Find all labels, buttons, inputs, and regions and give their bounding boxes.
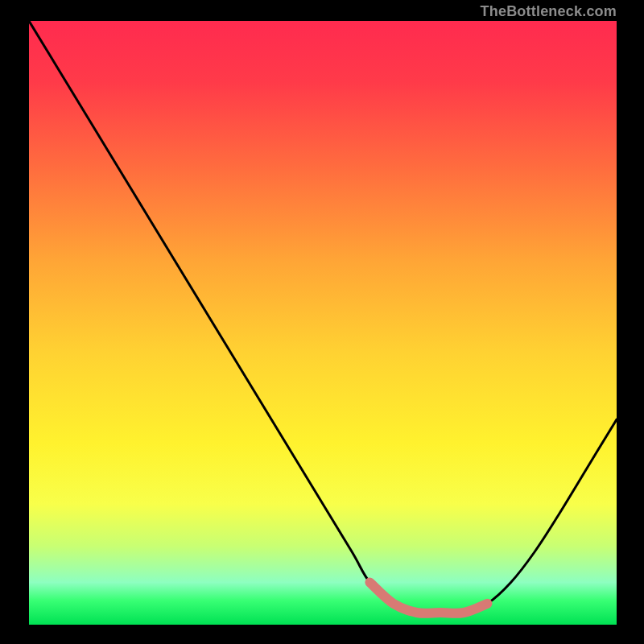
curve-overlay	[29, 21, 617, 625]
bottleneck-curve	[29, 21, 617, 613]
attribution-text: TheBottleneck.com	[481, 3, 617, 20]
chart-root: TheBottleneck.com	[0, 0, 644, 644]
highlight-segment	[369, 583, 487, 613]
